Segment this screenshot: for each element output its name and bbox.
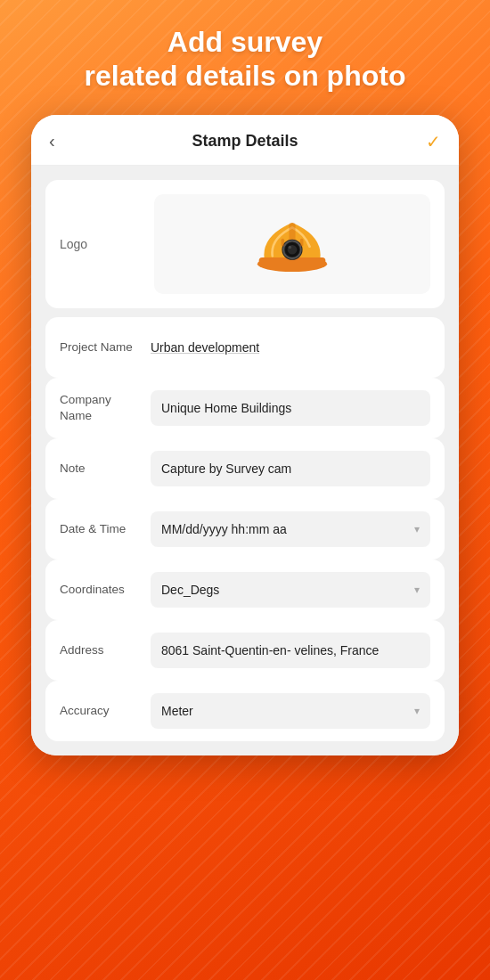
phone-card: ‹ Stamp Details ✓ Logo xyxy=(31,115,459,755)
hard-hat-icon xyxy=(252,208,332,280)
page-header-title: Add survey related details on photo xyxy=(0,0,490,115)
app-bar-title: Stamp Details xyxy=(192,132,298,151)
label-note: Note xyxy=(60,461,140,477)
value-accuracy[interactable]: Meter▾ xyxy=(151,693,430,729)
label-accuracy: Accuracy xyxy=(60,703,140,719)
form-row-project-name: Project NameUrban development xyxy=(45,317,445,378)
check-button[interactable]: ✓ xyxy=(416,131,441,152)
form-row-company-name: Company NameUnique Home Buildings xyxy=(45,378,445,438)
chevron-down-icon: ▾ xyxy=(414,523,420,535)
value-note[interactable]: Capture by Survey cam xyxy=(151,451,430,486)
label-project-name: Project Name xyxy=(60,339,140,355)
form-row-date-time: Date & TimeMM/dd/yyyy hh:mm aa▾ xyxy=(45,499,445,559)
form-row-coordinates: CoordinatesDec_Degs▾ xyxy=(45,559,445,620)
svg-rect-9 xyxy=(300,239,304,247)
svg-point-6 xyxy=(289,246,292,249)
app-bar: ‹ Stamp Details ✓ xyxy=(31,115,459,166)
value-coordinates[interactable]: Dec_Degs▾ xyxy=(151,572,430,608)
logo-section: Logo xyxy=(45,180,445,308)
label-company-name: Company Name xyxy=(60,392,140,423)
logo-image-box[interactable] xyxy=(154,194,430,294)
value-company-name[interactable]: Unique Home Buildings xyxy=(151,390,430,426)
logo-label: Logo xyxy=(60,237,140,251)
label-coordinates: Coordinates xyxy=(60,582,140,598)
form-content: Logo xyxy=(31,166,459,755)
chevron-down-icon: ▾ xyxy=(414,705,420,717)
form-row-address: Address8061 Saint-Quentin-en- velines, F… xyxy=(45,620,445,681)
svg-rect-8 xyxy=(282,239,285,247)
chevron-down-icon: ▾ xyxy=(414,584,420,596)
form-fields-container: Project NameUrban developmentCompany Nam… xyxy=(45,317,445,741)
form-row-accuracy: AccuracyMeter▾ xyxy=(45,681,445,741)
value-project-name[interactable]: Urban development xyxy=(151,330,430,365)
label-address: Address xyxy=(60,642,140,658)
value-date-time[interactable]: MM/dd/yyyy hh:mm aa▾ xyxy=(151,511,430,547)
label-date-time: Date & Time xyxy=(60,521,140,537)
back-button[interactable]: ‹ xyxy=(49,131,74,151)
value-address[interactable]: 8061 Saint-Quentin-en- velines, France xyxy=(151,633,430,668)
form-row-note: NoteCapture by Survey cam xyxy=(45,438,445,499)
